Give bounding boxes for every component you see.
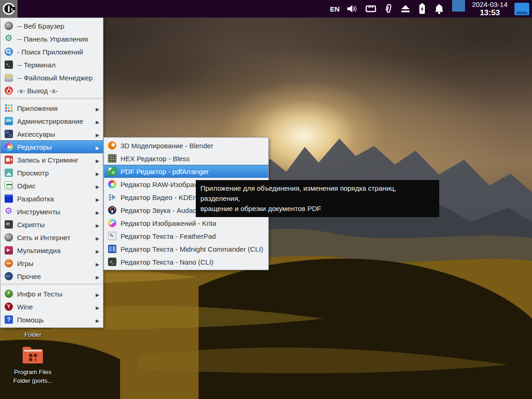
category-item-misc[interactable]: Прочее (0, 270, 103, 283)
shortcut-item-terminal[interactable]: -- Терминал (0, 58, 103, 71)
start-menu-logo-icon[interactable] (0, 0, 18, 18)
category-item-editors[interactable]: Редакторы (0, 140, 103, 153)
submenu-arrow-icon (96, 260, 99, 267)
category-item-recording[interactable]: Запись и Стриминг (0, 153, 103, 166)
submenu-item-label: Редактор RAW-Изображе (121, 181, 202, 188)
category-item-label: Инструменты (17, 208, 60, 216)
category-item-viewer[interactable]: Просмотр (0, 166, 103, 179)
wine-icon (5, 302, 13, 311)
clock-widget[interactable]: 2024-03-14 13:53 (472, 0, 508, 17)
shortcut-item-app-search[interactable]: - Поиск Приложений (0, 45, 103, 58)
distro-logo-icon (1, 1, 17, 17)
category-item-development[interactable]: Разработка (0, 192, 103, 205)
office-icon (5, 181, 13, 190)
category-item-label: Просмотр (17, 169, 49, 177)
start-menu: -- Веб Браузер-- Панель Управления- Поис… (0, 18, 103, 328)
category-item-label: Wine (17, 303, 33, 311)
shortcut-item-label: -- Панель Управления (17, 35, 88, 43)
terminal-icon (5, 60, 13, 69)
submenu-arrow-icon (96, 208, 99, 216)
raw-editor-icon (108, 180, 116, 188)
submenu-arrow-icon (96, 182, 99, 190)
menu-category-list: ПриложенияАдминистрированиеАксессуарыРед… (0, 102, 103, 326)
category-item-tools[interactable]: Инструменты (0, 205, 103, 218)
category-item-label: Скрипты (17, 221, 45, 229)
submenu-item-pdfarranger[interactable]: PDF Редактор - pdfArranger (104, 165, 268, 178)
shortcut-item-control-panel[interactable]: -- Панель Управления (0, 32, 103, 45)
category-item-applications[interactable]: Приложения (0, 102, 103, 115)
show-desktop-window-icon[interactable] (514, 3, 529, 15)
pager-tray-icon[interactable] (452, 0, 465, 12)
network-port-icon[interactable] (365, 4, 377, 14)
submenu-arrow-icon (96, 290, 99, 298)
submenu-arrow-icon (96, 221, 99, 229)
category-item-label: Сеть и Интернет (17, 234, 71, 242)
desktop-icon-label: Folder (ports... (4, 376, 61, 385)
category-item-network[interactable]: Сеть и Интернет (0, 231, 103, 244)
eject-icon[interactable] (400, 4, 411, 14)
submenu-item-label: Редактор Изображений - Krita (121, 219, 216, 227)
folder-icon (21, 345, 44, 365)
submenu-item-label: Редактор Текста - Midnight Commander (CL… (121, 245, 263, 253)
battery-charging-icon[interactable] (418, 3, 426, 15)
submenu-item-label: PDF Редактор - pdfArranger (121, 168, 209, 175)
submenu-item-mc[interactable]: Редактор Текста - Midnight Commander (CL… (104, 242, 268, 255)
category-item-games[interactable]: Игры (0, 257, 103, 270)
category-item-label: Офис (17, 182, 36, 190)
tooltip-line: вращение и обрезки документов PDF (200, 204, 435, 214)
recording-icon (5, 156, 13, 164)
category-item-multimedia[interactable]: Мультимедиа (0, 244, 103, 257)
submenu-arrow-icon (96, 143, 99, 151)
menu-shortcut-list: -- Веб Браузер-- Панель Управления- Поис… (0, 19, 103, 97)
games-icon (5, 259, 13, 267)
top-panel: EN (0, 0, 532, 18)
bless-icon (108, 154, 116, 163)
misc-icon (5, 272, 13, 280)
submenu-arrow-icon (96, 272, 99, 280)
krita-icon (108, 219, 116, 227)
menu-separator (1, 284, 103, 286)
pdfarranger-tooltip: Приложение для объединения, изменения по… (196, 180, 439, 217)
app-search-icon (5, 48, 13, 56)
scripts-icon (5, 220, 13, 229)
help-icon (5, 315, 13, 324)
submenu-item-blender[interactable]: 3D Моделирование - Blender (104, 139, 268, 152)
viewer-icon (5, 169, 13, 177)
info-tests-icon (5, 290, 13, 298)
category-item-label: Игры (17, 260, 33, 267)
submenu-item-krita[interactable]: Редактор Изображений - Krita (104, 217, 268, 230)
category-item-administration[interactable]: Администрирование (0, 115, 103, 127)
audacity-icon (108, 206, 116, 214)
category-item-office[interactable]: Офис (0, 179, 103, 192)
kdenlive-icon (108, 193, 116, 201)
paperclip-icon[interactable] (384, 3, 393, 14)
shortcut-item-label: -x- Выход -x- (17, 87, 58, 95)
submenu-item-bless[interactable]: HEX Редактор - Bless (104, 152, 268, 165)
category-item-label: Разработка (17, 195, 54, 203)
category-item-label: Редакторы (17, 143, 52, 151)
category-item-accessories[interactable]: Аксессуары (0, 127, 103, 140)
panel-time: 13:53 (472, 9, 508, 18)
notifications-bell-icon[interactable] (433, 3, 445, 15)
blender-icon (108, 141, 116, 150)
keyboard-layout-indicator[interactable]: EN (330, 5, 339, 13)
shortcut-item-web-browser[interactable]: -- Веб Браузер (0, 19, 103, 32)
submenu-item-label: 3D Моделирование - Blender (121, 142, 213, 150)
desktop-icon-program-files-folder[interactable]: Program Files Folder (ports... (4, 345, 61, 385)
category-item-info-tests[interactable]: Инфо и Тесты (0, 287, 103, 300)
logout-icon (5, 86, 13, 95)
volume-icon[interactable] (346, 4, 358, 14)
shortcut-item-file-manager[interactable]: -- Файловый Менеджер (0, 71, 103, 84)
shortcut-item-label: -- Терминал (17, 61, 55, 69)
category-item-help[interactable]: Помощь (0, 313, 103, 326)
shortcut-item-logout[interactable]: -x- Выход -x- (0, 84, 103, 97)
menu-separator (1, 98, 103, 101)
submenu-item-label: Редактор Текста - FeatherPad (121, 232, 216, 240)
submenu-item-label: HEX Редактор - Bless (121, 155, 190, 163)
submenu-item-featherpad[interactable]: Редактор Текста - FeatherPad (104, 230, 268, 242)
category-item-wine[interactable]: Wine (0, 300, 103, 313)
submenu-arrow-icon (96, 247, 99, 254)
submenu-item-nano[interactable]: Редактор Текста - Nano (CLI) (104, 255, 268, 268)
submenu-arrow-icon (96, 104, 99, 112)
category-item-scripts[interactable]: Скрипты (0, 218, 103, 231)
